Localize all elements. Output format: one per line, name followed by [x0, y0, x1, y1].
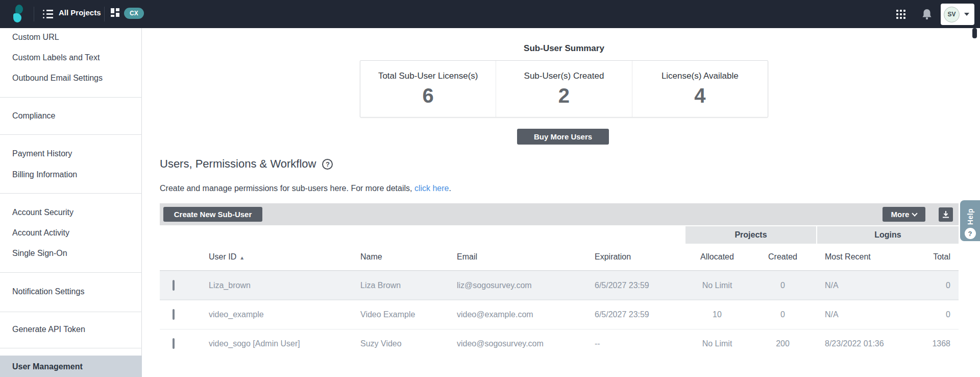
logo-bottom-blob: [13, 13, 21, 22]
table-row: Liza_brown Liza Brown liz@sogosurvey.com…: [160, 271, 959, 300]
apps-grid-icon[interactable]: [896, 10, 905, 19]
sidebar-divider: [0, 134, 142, 135]
help-tab[interactable]: Help ?: [960, 200, 980, 241]
avatar[interactable]: SV: [944, 7, 960, 22]
sidebar-item-user-management[interactable]: User Management: [0, 356, 142, 377]
cell-email: video@sogosurvey.com: [449, 339, 586, 348]
stat-total-licenses: Total Sub-User License(s) 6: [360, 61, 496, 117]
group-header-logins: Logins: [817, 226, 959, 244]
sort-asc-icon: ▲: [239, 255, 244, 261]
sidebar-item-generate-api-token[interactable]: Generate API Token: [0, 319, 142, 340]
chevron-down-icon: [912, 210, 918, 216]
cell-most-recent: N/A: [817, 310, 919, 319]
sidebar-item-outbound-email[interactable]: Outbound Email Settings: [0, 68, 142, 88]
navbar-divider: [104, 7, 105, 21]
stat-value: 6: [423, 84, 434, 107]
sub-user-summary-title: Sub-User Summary: [360, 43, 768, 54]
download-icon: [942, 211, 949, 218]
sidebar-item-account-activity[interactable]: Account Activity: [0, 223, 142, 243]
account-menu[interactable]: SV: [941, 4, 974, 25]
cell-name: Suzy Video: [352, 339, 449, 348]
stat-label: License(s) Available: [662, 71, 739, 81]
sidebar-item-account-security[interactable]: Account Security: [0, 202, 142, 223]
cell-total: 1368: [919, 339, 959, 348]
stat-label: Sub-User(s) Created: [524, 71, 604, 81]
stat-value: 4: [694, 84, 705, 107]
column-header-allocated[interactable]: Allocated: [685, 252, 749, 262]
cell-user-id[interactable]: Liza_brown: [201, 281, 352, 290]
dashboard-icon[interactable]: [111, 8, 119, 17]
cell-allocated: No Limit: [685, 339, 749, 348]
sogosurvey-logo[interactable]: [12, 4, 26, 25]
question-mark-icon: ?: [965, 228, 976, 239]
sidebar-divider: [0, 348, 142, 348]
cx-project-badge[interactable]: CX: [124, 8, 144, 19]
help-tab-label: Help: [966, 208, 974, 225]
cell-total: 0: [919, 281, 959, 290]
sidebar-divider: [0, 272, 142, 273]
cell-expiration: 6/5/2027 23:59: [586, 281, 685, 290]
cell-most-recent: 8/23/2022 01:36: [817, 339, 919, 348]
column-header-total[interactable]: Total: [919, 252, 959, 262]
cell-name: Liza Brown: [352, 281, 449, 290]
sidebar-divider: [0, 97, 142, 98]
project-list-icon[interactable]: [43, 10, 53, 18]
table-header: Projects Logins User ID▲ Name Email Expi…: [160, 225, 959, 271]
group-header-projects: Projects: [685, 226, 816, 244]
cell-email: video@example.com: [449, 310, 586, 319]
column-header-created[interactable]: Created: [749, 252, 817, 262]
row-checkbox[interactable]: [173, 280, 175, 291]
sidebar-item-custom-url[interactable]: Custom URL: [0, 27, 142, 48]
sidebar-item-billing-information[interactable]: Billing Information: [0, 164, 142, 185]
all-projects-label[interactable]: All Projects: [59, 8, 101, 17]
cell-expiration: --: [586, 339, 685, 348]
cell-created: 0: [749, 310, 817, 319]
sidebar-item-payment-history[interactable]: Payment History: [0, 144, 142, 164]
page-title: Users, Permissions & Workflow: [160, 157, 316, 171]
stat-licenses-available: License(s) Available 4: [632, 61, 768, 117]
row-checkbox[interactable]: [173, 309, 175, 320]
help-circle-icon[interactable]: ?: [322, 159, 333, 170]
column-header-most-recent[interactable]: Most Recent: [817, 252, 919, 262]
column-header-email[interactable]: Email: [449, 252, 586, 262]
download-button[interactable]: [939, 207, 953, 222]
cell-name: Video Example: [352, 310, 449, 319]
sub-users-table: Create New Sub-User More Projects Logins…: [160, 203, 959, 358]
sidebar-divider: [0, 193, 142, 194]
stat-label: Total Sub-User License(s): [378, 71, 478, 81]
sidebar-item-notification-settings[interactable]: Notification Settings: [0, 281, 142, 302]
chevron-down-icon: [964, 13, 969, 16]
section-description: Create and manage permissions for sub-us…: [160, 184, 451, 193]
cell-total: 0: [919, 310, 959, 319]
cell-email: liz@sogosurvey.com: [449, 281, 586, 290]
more-button[interactable]: More: [883, 207, 925, 222]
table-row: video_sogo [Admin User] Suzy Video video…: [160, 329, 959, 358]
more-button-label: More: [891, 210, 910, 219]
logo-top-blob: [15, 5, 23, 14]
click-here-link[interactable]: click here: [414, 184, 449, 193]
stat-value: 2: [558, 84, 570, 107]
stat-subusers-created: Sub-User(s) Created 2: [496, 61, 631, 117]
column-header-name[interactable]: Name: [352, 252, 449, 262]
vertical-scrollbar[interactable]: [972, 28, 977, 38]
sidebar-divider: [0, 312, 142, 312]
table-toolbar: Create New Sub-User More: [160, 203, 959, 225]
create-new-sub-user-button[interactable]: Create New Sub-User: [163, 207, 262, 222]
cell-most-recent: N/A: [817, 281, 919, 290]
column-header-user-id[interactable]: User ID▲: [201, 252, 352, 262]
sidebar-item-single-sign-on[interactable]: Single Sign-On: [0, 243, 142, 264]
cell-user-id[interactable]: video_example: [201, 310, 352, 319]
description-text: Create and manage permissions for sub-us…: [160, 184, 414, 193]
sidebar-item-compliance[interactable]: Compliance: [0, 106, 142, 126]
cell-expiration: 6/5/2027 23:59: [586, 310, 685, 319]
cell-allocated: No Limit: [685, 281, 749, 290]
column-header-expiration[interactable]: Expiration: [586, 252, 685, 262]
notifications-bell-icon[interactable]: [922, 9, 932, 20]
table-row: video_example Video Example video@exampl…: [160, 300, 959, 329]
row-checkbox[interactable]: [173, 338, 175, 349]
buy-more-users-button[interactable]: Buy More Users: [517, 129, 609, 145]
cell-created: 0: [749, 281, 817, 290]
cell-user-id[interactable]: video_sogo [Admin User]: [201, 339, 352, 348]
sidebar-item-custom-labels[interactable]: Custom Labels and Text: [0, 48, 142, 68]
sub-user-summary-card: Total Sub-User License(s) 6 Sub-User(s) …: [360, 60, 768, 117]
